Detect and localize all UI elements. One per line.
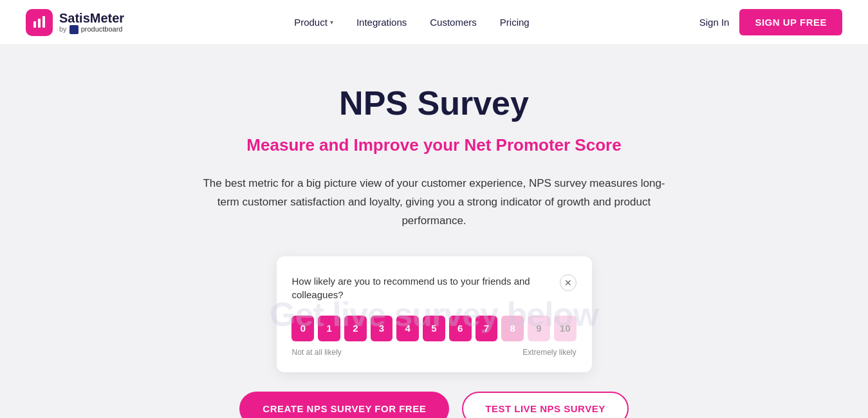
nps-score-1[interactable]: 1 [318, 316, 340, 341]
nav-customers[interactable]: Customers [421, 12, 486, 33]
hero-description: The best metric for a big picture view o… [199, 175, 669, 231]
nav-integrations[interactable]: Integrations [347, 12, 416, 33]
nps-score-0[interactable]: 0 [291, 316, 314, 341]
svg-rect-0 [33, 21, 36, 28]
chevron-down-icon: ▾ [330, 19, 333, 26]
header: SatisMeter by productboard Product ▾ Int… [0, 0, 868, 45]
nps-label-right: Extremely likely [522, 348, 576, 357]
svg-rect-2 [42, 16, 45, 28]
hero-title: NPS Survey [13, 84, 855, 122]
nps-score-6[interactable]: 6 [449, 316, 472, 341]
logo[interactable]: SatisMeter by productboard [26, 9, 124, 36]
nps-label-left: Not at all likely [292, 348, 342, 357]
svg-rect-1 [38, 19, 41, 28]
cta-row: CREATE NPS SURVEY FOR FREE TEST LIVE NPS… [13, 392, 855, 418]
nps-widget: Get live survey below How likely are you… [277, 256, 592, 372]
main-content: NPS Survey Measure and Improve your Net … [0, 45, 868, 418]
nps-question: How likely are you to recommend us to yo… [292, 274, 537, 301]
nps-score-10[interactable]: 10 [554, 316, 577, 341]
nps-score-7[interactable]: 7 [476, 316, 498, 341]
nps-labels: Not at all likely Extremely likely [292, 348, 577, 357]
nps-question-row: How likely are you to recommend us to yo… [292, 274, 577, 301]
nps-score-5[interactable]: 5 [423, 316, 445, 341]
nps-score-9[interactable]: 9 [528, 316, 550, 341]
nps-score-3[interactable]: 3 [371, 316, 393, 341]
nps-close-button[interactable]: ✕ [560, 274, 577, 291]
nps-numbers: 0 1 2 3 4 5 6 7 8 9 10 [292, 316, 577, 341]
logo-text: SatisMeter by productboard [59, 11, 124, 34]
test-survey-button[interactable]: TEST LIVE NPS SURVEY [462, 392, 628, 418]
nps-score-2[interactable]: 2 [344, 316, 367, 341]
nps-score-4[interactable]: 4 [396, 316, 419, 341]
main-nav: Product ▾ Integrations Customers Pricing [285, 12, 538, 33]
header-right: Sign In SIGN UP FREE [699, 9, 842, 35]
logo-by-text: by productboard [59, 25, 124, 34]
productboard-icon [69, 25, 78, 34]
sign-in-link[interactable]: Sign In [699, 17, 730, 28]
nps-score-8[interactable]: 8 [501, 316, 524, 341]
nav-product[interactable]: Product ▾ [285, 12, 342, 33]
create-survey-button[interactable]: CREATE NPS SURVEY FOR FREE [239, 392, 449, 418]
logo-icon [26, 9, 53, 36]
sign-up-button[interactable]: SIGN UP FREE [739, 9, 842, 35]
hero-subtitle: Measure and Improve your Net Promoter Sc… [13, 135, 855, 155]
nav-pricing[interactable]: Pricing [491, 12, 539, 33]
logo-name: SatisMeter [59, 11, 124, 25]
